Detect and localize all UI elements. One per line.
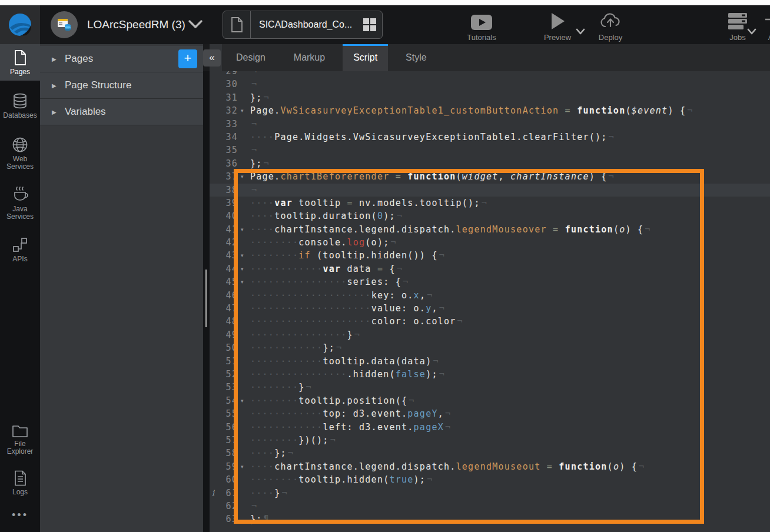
deploy-cloud-upload-icon (587, 12, 634, 30)
rail-item-web-services[interactable]: Web Services (0, 131, 40, 175)
code-line-44[interactable]: 44▾············var data = {¬ (210, 262, 770, 275)
rail-label-java-services: Java Services (6, 205, 34, 221)
tab-script[interactable]: Script (343, 44, 388, 71)
rail-label-databases: Databases (3, 111, 36, 119)
code-line-50[interactable]: 50············};¬ (210, 341, 770, 354)
tab-design[interactable]: Design (225, 44, 276, 71)
code-line-60[interactable]: 60········tooltip.hidden(true);¬ (210, 473, 770, 486)
code-line-46[interactable]: 46····················key: o.x,¬ (210, 289, 770, 302)
panel-scrollbar-thumb[interactable] (205, 270, 207, 327)
deploy-button[interactable]: Deploy (587, 12, 634, 42)
code-line-53[interactable]: 53········}¬ (210, 381, 770, 394)
code-line-63[interactable]: 63};¶ (210, 513, 770, 526)
fold-arrow-icon[interactable]: ▾ (241, 170, 249, 183)
code-line-31[interactable]: 31};¬ (210, 91, 770, 104)
code-line-52[interactable]: 52················.hidden(false);¬ (210, 368, 770, 381)
line-text: ····tooltip.duration(0);¬ (250, 210, 403, 222)
code-line-34[interactable]: 34····Page.Widgets.VwSicasurveyException… (210, 131, 770, 144)
code-line-41[interactable]: 41▾····chartInstance.legend.dispatch.leg… (210, 223, 770, 236)
code-line-33[interactable]: 33¬ (210, 118, 770, 131)
code-editor[interactable]: 29¬30¬31};¬32▾Page.VwSicasurveyException… (210, 71, 770, 532)
rail-item-java-services[interactable]: Java Services (0, 181, 40, 225)
code-line-35[interactable]: 35¬ (210, 144, 770, 157)
wavemaker-logo-button[interactable] (0, 5, 40, 44)
open-page-tab[interactable]: SICADashboard_Co... (223, 11, 383, 39)
pages-expand-arrow-icon[interactable]: ▶ (52, 56, 60, 62)
fold-arrow-icon[interactable]: ▾ (241, 249, 249, 262)
code-line-42[interactable]: 42········console.log(o);¬ (210, 236, 770, 249)
tab-style[interactable]: Style (395, 44, 437, 71)
jobs-button[interactable]: Jobs (717, 12, 758, 42)
line-number: 42 (220, 236, 238, 249)
preview-button[interactable]: Preview (533, 12, 582, 42)
tutorials-button[interactable]: Tutorials (458, 12, 505, 42)
project-avatar[interactable] (51, 11, 78, 38)
code-line-45[interactable]: 45▾················series: {¬ (210, 275, 770, 288)
code-line-43[interactable]: 43▾········if (tooltip.hidden()) {¬ (210, 249, 770, 262)
code-line-48[interactable]: 48····················color: o.color¬ (210, 315, 770, 328)
rail-item-databases[interactable]: Databases (0, 88, 40, 124)
page-layout-grid-icon[interactable] (357, 18, 382, 32)
variables-expand-arrow-icon[interactable]: ▶ (52, 109, 60, 115)
rail-more-button[interactable]: ••• (0, 501, 40, 532)
code-line-59[interactable]: 59▾····chartInstance.legend.dispatch.leg… (210, 460, 770, 473)
rail-item-logs[interactable]: Logs (0, 465, 40, 501)
line-number: 56 (220, 421, 238, 434)
line-number: 62 (220, 500, 238, 513)
code-line-49[interactable]: 49················}¬ (210, 328, 770, 341)
code-line-30[interactable]: 30¬ (210, 78, 770, 91)
code-line-36[interactable]: 36};¬ (210, 157, 770, 170)
rail-item-file-explorer[interactable]: File Explorer (0, 418, 40, 460)
top-bar: LOArcSpeedRM (3) SICADashboard_Co... Tut… (0, 5, 770, 44)
line-number: 53 (220, 381, 238, 394)
line-number: 44 (220, 262, 238, 275)
fold-arrow-icon[interactable]: ▾ (241, 262, 249, 275)
panel-section-pages[interactable]: ▶ Pages + (40, 46, 203, 72)
code-line-47[interactable]: 47····················value: o.y,¬ (210, 302, 770, 315)
jobs-options-chevron-down-icon[interactable] (746, 28, 757, 35)
line-text: ············};¬ (250, 341, 342, 354)
preview-options-chevron-down-icon[interactable] (575, 28, 586, 35)
wavemaker-studio-window: LOArcSpeedRM (3) SICADashboard_Co... Tut… (0, 0, 770, 532)
project-name[interactable]: LOArcSpeedRM (3) (87, 5, 185, 44)
rail-label-pages: Pages (10, 68, 30, 76)
more-ellipsis-icon: ••• (12, 509, 28, 521)
code-line-56[interactable]: 56············left: d3.event.pageX¬ (210, 421, 770, 434)
line-number: 51 (220, 355, 238, 368)
code-line-62[interactable]: 62¬ (210, 500, 770, 513)
wavemaker-logo-icon (7, 12, 33, 38)
rail-item-apis[interactable]: APIs (0, 231, 40, 268)
code-line-61[interactable]: i61····}¬ (210, 487, 770, 500)
line-text: ····················value: o.y,¬ (250, 302, 445, 315)
page-structure-expand-arrow-icon[interactable]: ▶ (52, 82, 60, 89)
code-line-37[interactable]: 37▾Page.chart1Beforerender = function(wi… (210, 170, 770, 183)
fold-arrow-icon[interactable]: ▾ (241, 223, 249, 236)
code-line-29[interactable]: 29¬ (210, 71, 770, 78)
line-text: };¬ (250, 157, 270, 170)
artifacts-button-clipped[interactable]: Art (758, 12, 770, 42)
panel-section-variables[interactable]: ▶ Variables (40, 99, 203, 125)
line-text: ····var tooltip = nv.models.tooltip();¬ (250, 197, 487, 210)
panel-section-page-structure[interactable]: ▶ Page Structure (40, 72, 203, 99)
rail-item-pages[interactable]: Pages (0, 44, 40, 81)
code-line-32[interactable]: 32▾Page.VwSicasurveyExceptionTable1_cust… (210, 104, 770, 117)
code-line-57[interactable]: 57········})();¬ (210, 434, 770, 447)
fold-arrow-icon[interactable]: ▾ (241, 460, 249, 473)
code-line-58[interactable]: 58····};¬ (210, 447, 770, 460)
code-line-38[interactable]: 38¬ (210, 184, 770, 197)
line-number: 45 (220, 275, 238, 288)
code-line-54[interactable]: 54▾········tooltip.position({¬ (210, 394, 770, 407)
code-line-55[interactable]: 55············top: d3.event.pageY,¬ (210, 407, 770, 420)
line-text: ············var data = {¬ (250, 262, 403, 275)
add-page-button[interactable]: + (178, 49, 197, 68)
fold-arrow-icon[interactable]: ▾ (241, 275, 249, 288)
project-switcher-chevron-down-icon[interactable] (187, 18, 204, 30)
collapse-panel-button[interactable]: « (203, 49, 221, 66)
tab-markup[interactable]: Markup (283, 44, 336, 71)
code-line-39[interactable]: 39····var tooltip = nv.models.tooltip();… (210, 197, 770, 210)
fold-arrow-icon[interactable]: ▾ (241, 394, 249, 407)
line-number: 50 (220, 341, 238, 354)
code-line-51[interactable]: 51············tooltip.data(data)¬ (210, 355, 770, 368)
fold-arrow-icon[interactable]: ▾ (241, 104, 249, 117)
code-line-40[interactable]: 40····tooltip.duration(0);¬ (210, 210, 770, 222)
